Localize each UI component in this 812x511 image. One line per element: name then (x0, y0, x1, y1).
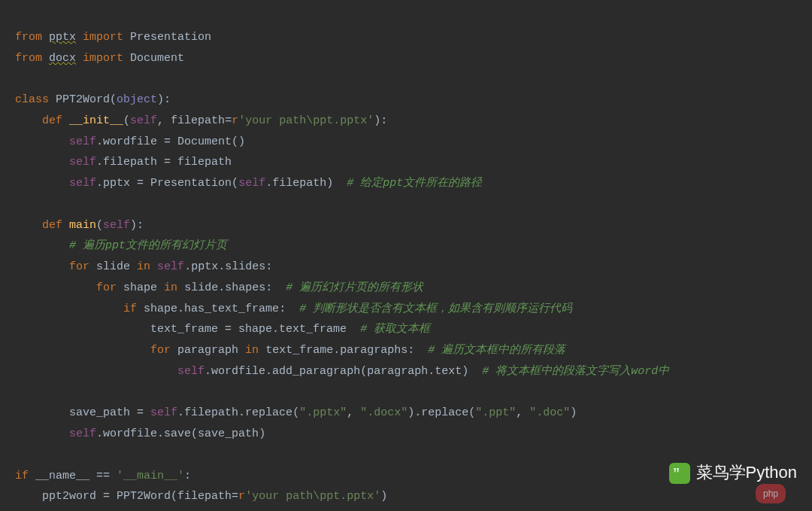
code-line-12: if shape.has_text_frame: # 判断形状是否含有文本框，如… (15, 303, 572, 315)
wechat-icon (669, 463, 690, 484)
code-line-11: for shape in slide.shapes: # 遍历幻灯片页的所有形状 (15, 281, 423, 294)
code-line-4: def __init__(self, filepath=r'your path\… (15, 114, 387, 127)
code-line-16: save_path = self.filepath.replace(".pptx… (15, 406, 577, 419)
code-line-13: text_frame = shape.text_frame # 获取文本框 (15, 323, 430, 336)
code-line-8: def main(self): (15, 219, 144, 232)
code-line-15: self.wordfile.add_paragraph(paragraph.te… (15, 365, 669, 378)
php-badge: php (756, 484, 786, 503)
code-line-5: self.wordfile = Document() (15, 135, 245, 148)
code-line-6: self.filepath = filepath (15, 156, 232, 169)
code-line-18: if __name__ == '__main__': (15, 470, 191, 482)
watermark-text: 菜鸟学Python (696, 458, 798, 488)
code-editor: from pptx import Presentation from docx … (0, 6, 812, 511)
code-line-2: from docx import Document (15, 52, 184, 65)
code-line-10: for slide in self.pptx.slides: (15, 260, 272, 273)
code-line-19: ppt2word = PPT2Word(filepath=r'your path… (15, 490, 387, 503)
code-line-14: for paragraph in text_frame.paragraphs: … (15, 344, 565, 357)
code-line-1: from pptx import Presentation (15, 31, 211, 44)
code-line-17: self.wordfile.save(save_path) (15, 427, 265, 440)
code-line-7: self.pptx = Presentation(self.filepath) … (15, 177, 482, 190)
code-line-9: # 遍历ppt文件的所有幻灯片页 (15, 239, 227, 252)
code-line-3: class PPT2Word(object): (15, 93, 171, 106)
